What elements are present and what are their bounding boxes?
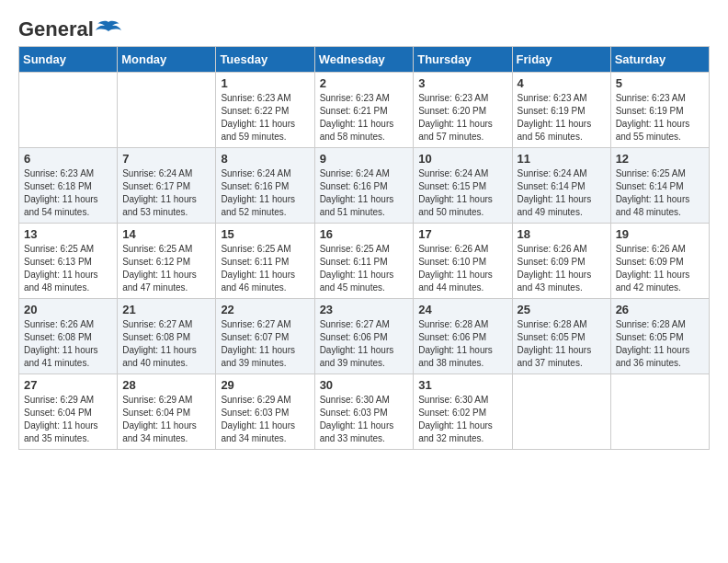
calendar-cell: 10Sunrise: 6:24 AMSunset: 6:15 PMDayligh… (414, 148, 512, 224)
calendar-cell: 14Sunrise: 6:25 AMSunset: 6:12 PMDayligh… (118, 224, 216, 299)
day-number: 24 (418, 303, 506, 316)
day-number: 23 (320, 303, 409, 316)
day-info: Sunrise: 6:25 AMSunset: 6:11 PMDaylight:… (320, 243, 409, 294)
calendar-cell: 5Sunrise: 6:23 AMSunset: 6:19 PMDaylight… (610, 73, 709, 148)
day-info: Sunrise: 6:26 AMSunset: 6:09 PMDaylight:… (616, 243, 704, 294)
day-info: Sunrise: 6:27 AMSunset: 6:08 PMDaylight:… (122, 318, 210, 370)
day-info: Sunrise: 6:28 AMSunset: 6:05 PMDaylight:… (616, 318, 704, 370)
calendar-cell (118, 73, 216, 148)
calendar-cell: 15Sunrise: 6:25 AMSunset: 6:11 PMDayligh… (216, 224, 314, 299)
day-number: 7 (122, 152, 210, 166)
calendar-cell: 8Sunrise: 6:24 AMSunset: 6:16 PMDaylight… (216, 148, 314, 224)
calendar-cell: 3Sunrise: 6:23 AMSunset: 6:20 PMDaylight… (414, 73, 512, 148)
calendar-cell: 13Sunrise: 6:25 AMSunset: 6:13 PMDayligh… (19, 224, 118, 299)
day-info: Sunrise: 6:25 AMSunset: 6:12 PMDaylight:… (122, 243, 210, 294)
day-number: 11 (518, 152, 606, 166)
day-info: Sunrise: 6:23 AMSunset: 6:19 PMDaylight:… (616, 92, 704, 144)
day-info: Sunrise: 6:23 AMSunset: 6:18 PMDaylight:… (24, 167, 112, 219)
calendar-cell: 16Sunrise: 6:25 AMSunset: 6:11 PMDayligh… (314, 224, 414, 299)
day-info: Sunrise: 6:29 AMSunset: 6:03 PMDaylight:… (221, 394, 309, 445)
calendar-cell: 27Sunrise: 6:29 AMSunset: 6:04 PMDayligh… (19, 374, 118, 450)
column-header-thursday: Thursday (414, 47, 512, 73)
logo-bird-icon (96, 20, 121, 40)
day-info: Sunrise: 6:25 AMSunset: 6:13 PMDaylight:… (24, 243, 112, 294)
calendar-cell: 4Sunrise: 6:23 AMSunset: 6:19 PMDaylight… (512, 73, 610, 148)
column-header-tuesday: Tuesday (216, 47, 314, 73)
day-number: 28 (122, 378, 210, 392)
day-number: 6 (24, 152, 112, 166)
logo-text: General (18, 18, 121, 40)
day-info: Sunrise: 6:24 AMSunset: 6:17 PMDaylight:… (122, 167, 210, 219)
day-info: Sunrise: 6:25 AMSunset: 6:14 PMDaylight:… (616, 167, 704, 219)
day-number: 14 (122, 227, 210, 241)
calendar-cell: 7Sunrise: 6:24 AMSunset: 6:17 PMDaylight… (118, 148, 216, 224)
calendar-cell: 30Sunrise: 6:30 AMSunset: 6:03 PMDayligh… (314, 374, 414, 450)
day-info: Sunrise: 6:23 AMSunset: 6:21 PMDaylight:… (320, 92, 409, 144)
day-number: 2 (320, 76, 409, 90)
calendar-cell (19, 73, 118, 148)
day-info: Sunrise: 6:30 AMSunset: 6:03 PMDaylight:… (320, 394, 409, 445)
calendar-cell: 9Sunrise: 6:24 AMSunset: 6:16 PMDaylight… (314, 148, 414, 224)
calendar-cell: 23Sunrise: 6:27 AMSunset: 6:06 PMDayligh… (314, 299, 414, 374)
day-number: 1 (221, 76, 309, 90)
calendar-table: SundayMondayTuesdayWednesdayThursdayFrid… (18, 46, 710, 450)
day-number: 22 (221, 303, 309, 316)
calendar-cell: 21Sunrise: 6:27 AMSunset: 6:08 PMDayligh… (118, 299, 216, 374)
day-info: Sunrise: 6:24 AMSunset: 6:15 PMDaylight:… (418, 167, 506, 219)
day-number: 13 (24, 227, 112, 241)
day-number: 27 (24, 378, 112, 392)
calendar-cell: 12Sunrise: 6:25 AMSunset: 6:14 PMDayligh… (610, 148, 709, 224)
calendar-cell: 31Sunrise: 6:30 AMSunset: 6:02 PMDayligh… (414, 374, 512, 450)
day-info: Sunrise: 6:29 AMSunset: 6:04 PMDaylight:… (122, 394, 210, 445)
day-number: 20 (24, 303, 112, 316)
day-number: 18 (518, 227, 606, 241)
calendar-cell (512, 374, 610, 450)
day-info: Sunrise: 6:24 AMSunset: 6:16 PMDaylight:… (221, 167, 309, 219)
day-info: Sunrise: 6:27 AMSunset: 6:06 PMDaylight:… (320, 318, 409, 370)
day-info: Sunrise: 6:25 AMSunset: 6:11 PMDaylight:… (221, 243, 309, 294)
calendar-cell: 29Sunrise: 6:29 AMSunset: 6:03 PMDayligh… (216, 374, 314, 450)
calendar-cell: 20Sunrise: 6:26 AMSunset: 6:08 PMDayligh… (19, 299, 118, 374)
calendar-cell: 11Sunrise: 6:24 AMSunset: 6:14 PMDayligh… (512, 148, 610, 224)
day-number: 21 (122, 303, 210, 316)
calendar-cell: 26Sunrise: 6:28 AMSunset: 6:05 PMDayligh… (610, 299, 709, 374)
column-header-monday: Monday (118, 47, 216, 73)
day-number: 9 (320, 152, 409, 166)
day-number: 31 (418, 378, 506, 392)
calendar-cell: 17Sunrise: 6:26 AMSunset: 6:10 PMDayligh… (414, 224, 512, 299)
day-info: Sunrise: 6:24 AMSunset: 6:14 PMDaylight:… (518, 167, 606, 219)
day-number: 17 (418, 227, 506, 241)
column-header-sunday: Sunday (19, 47, 118, 73)
calendar-cell: 1Sunrise: 6:23 AMSunset: 6:22 PMDaylight… (216, 73, 314, 148)
calendar-cell: 6Sunrise: 6:23 AMSunset: 6:18 PMDaylight… (19, 148, 118, 224)
calendar-week-row: 13Sunrise: 6:25 AMSunset: 6:13 PMDayligh… (19, 224, 710, 299)
day-info: Sunrise: 6:23 AMSunset: 6:20 PMDaylight:… (418, 92, 506, 144)
calendar-header-row: SundayMondayTuesdayWednesdayThursdayFrid… (19, 47, 710, 73)
day-info: Sunrise: 6:23 AMSunset: 6:19 PMDaylight:… (518, 92, 606, 144)
day-number: 30 (320, 378, 409, 392)
calendar-week-row: 27Sunrise: 6:29 AMSunset: 6:04 PMDayligh… (19, 374, 710, 450)
day-info: Sunrise: 6:26 AMSunset: 6:09 PMDaylight:… (518, 243, 606, 294)
day-number: 15 (221, 227, 309, 241)
calendar-cell: 28Sunrise: 6:29 AMSunset: 6:04 PMDayligh… (118, 374, 216, 450)
day-info: Sunrise: 6:30 AMSunset: 6:02 PMDaylight:… (418, 394, 506, 445)
calendar-cell: 18Sunrise: 6:26 AMSunset: 6:09 PMDayligh… (512, 224, 610, 299)
calendar-cell: 2Sunrise: 6:23 AMSunset: 6:21 PMDaylight… (314, 73, 414, 148)
calendar-week-row: 6Sunrise: 6:23 AMSunset: 6:18 PMDaylight… (19, 148, 710, 224)
logo: General (18, 18, 121, 37)
column-header-friday: Friday (512, 47, 610, 73)
day-info: Sunrise: 6:26 AMSunset: 6:08 PMDaylight:… (24, 318, 112, 370)
day-number: 19 (616, 227, 704, 241)
day-number: 12 (616, 152, 704, 166)
calendar-week-row: 1Sunrise: 6:23 AMSunset: 6:22 PMDaylight… (19, 73, 710, 148)
day-info: Sunrise: 6:27 AMSunset: 6:07 PMDaylight:… (221, 318, 309, 370)
calendar-cell (610, 374, 709, 450)
page-header: General (18, 18, 710, 37)
column-header-wednesday: Wednesday (314, 47, 414, 73)
day-info: Sunrise: 6:26 AMSunset: 6:10 PMDaylight:… (418, 243, 506, 294)
day-number: 3 (418, 76, 506, 90)
calendar-cell: 19Sunrise: 6:26 AMSunset: 6:09 PMDayligh… (610, 224, 709, 299)
calendar-week-row: 20Sunrise: 6:26 AMSunset: 6:08 PMDayligh… (19, 299, 710, 374)
day-info: Sunrise: 6:28 AMSunset: 6:05 PMDaylight:… (518, 318, 606, 370)
day-number: 10 (418, 152, 506, 166)
